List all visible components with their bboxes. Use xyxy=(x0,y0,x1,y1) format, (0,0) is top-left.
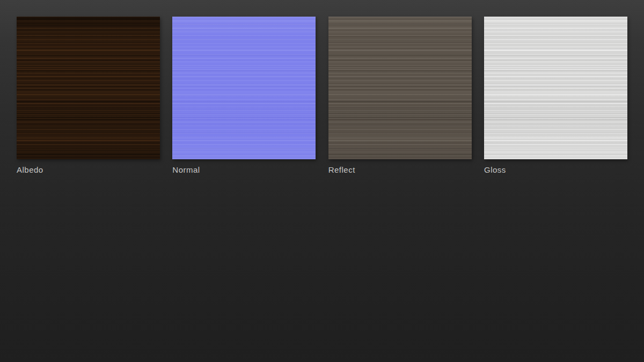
reflect-swatch[interactable] xyxy=(328,17,472,159)
texture-tile-reflect: Reflect xyxy=(328,17,472,175)
albedo-tone-overlay xyxy=(17,17,160,159)
normal-tone-overlay xyxy=(172,17,316,159)
gloss-label: Gloss xyxy=(484,165,627,175)
texture-map-row: Albedo Normal Reflect Gloss xyxy=(0,0,644,175)
reflect-tone-overlay xyxy=(328,17,472,159)
albedo-label: Albedo xyxy=(17,165,160,175)
normal-swatch[interactable] xyxy=(172,17,316,159)
normal-label: Normal xyxy=(172,165,316,175)
texture-tile-gloss: Gloss xyxy=(484,17,627,175)
gloss-tone-overlay xyxy=(484,17,627,159)
reflect-label: Reflect xyxy=(328,165,472,175)
texture-tile-albedo: Albedo xyxy=(17,17,160,175)
albedo-swatch[interactable] xyxy=(17,17,160,159)
gloss-swatch[interactable] xyxy=(484,17,627,159)
texture-tile-normal: Normal xyxy=(172,17,316,175)
